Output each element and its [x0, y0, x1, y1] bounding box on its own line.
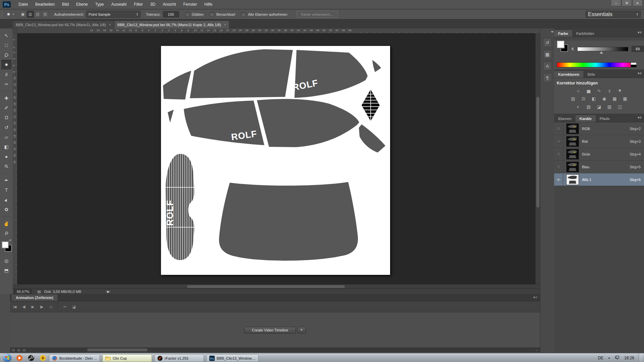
horizontal-ruler[interactable]: 2220181614121086420246810121416182022242… — [17, 28, 540, 34]
taskbar-button[interactable]: Clio Cup — [102, 354, 152, 362]
menu-hilfe[interactable]: Hilfe — [201, 0, 216, 9]
tool-preset-caret-icon[interactable]: ▾ — [13, 13, 14, 16]
restore-button[interactable]: ⧉ — [622, 0, 632, 6]
brush-tool[interactable]: ✐ — [1, 103, 11, 113]
levels-icon[interactable]: ▅ — [585, 87, 593, 94]
k-slider[interactable] — [577, 47, 628, 51]
taskbar-button[interactable]: rFactor v1.255 — [154, 354, 204, 362]
character-panel-icon[interactable]: A — [543, 62, 552, 70]
black-white-icon[interactable]: ◧ — [590, 96, 598, 102]
eraser-tool[interactable]: ▱ — [1, 132, 11, 142]
color-tab-farbe[interactable]: Farbe — [554, 29, 572, 37]
lasso-tool[interactable]: Ϙ — [1, 50, 11, 60]
transition-button[interactable]: ◪ — [69, 305, 78, 309]
hidden-icons-button[interactable]: ▲ — [608, 356, 610, 359]
history-brush-tool[interactable]: ↺ — [1, 123, 11, 132]
checkbox-gl-tten[interactable] — [185, 12, 190, 17]
timeline-footer-icons[interactable] — [11, 349, 26, 352]
selective-color-icon[interactable]: ◫ — [616, 104, 624, 110]
channels-tab-kanäle[interactable]: Kanäle — [576, 115, 596, 122]
vertical-scrollbar[interactable] — [535, 33, 540, 284]
screen-mode-button[interactable]: ⬒ — [1, 266, 11, 275]
sample-size-select[interactable]: Point Sample ▲▼ — [86, 11, 141, 18]
adjustments-tab-korrekturen[interactable]: Korrekturen — [554, 70, 583, 78]
first-frame-button[interactable]: |◀ — [10, 305, 19, 309]
adjustments-panel-menu-icon[interactable]: ▾≡ — [638, 71, 642, 75]
k-slider-thumb[interactable] — [600, 51, 603, 54]
rect-marquee-tool[interactable]: □ — [1, 41, 11, 50]
path-select-tool[interactable]: ▲ — [1, 195, 11, 204]
hue-saturation-icon[interactable]: ▤ — [569, 96, 577, 102]
channel-row[interactable]: GrünStrg+4 — [554, 148, 644, 161]
channels-tab-ebenen[interactable]: Ebenen — [554, 115, 576, 122]
status-options-arrow[interactable]: ▶ — [105, 289, 112, 294]
type-tool[interactable]: T — [1, 185, 11, 195]
visibility-eye-icon[interactable] — [554, 173, 563, 186]
new-selection-mode[interactable]: ▣ — [19, 11, 26, 18]
clock[interactable]: 16:26 — [624, 356, 634, 360]
launcher-icon[interactable] — [39, 354, 47, 362]
workspace-select[interactable]: Essentials ▲▼ — [586, 11, 641, 18]
document-tab[interactable]: BBB_Clio13_Window.psd bei 66,7% (Mario11… — [114, 20, 229, 28]
options-bar-grip[interactable] — [1, 11, 3, 18]
menu-bild[interactable]: Bild — [58, 0, 72, 9]
horizontal-scrollbar[interactable] — [13, 284, 540, 289]
subtract-selection-mode[interactable]: ◳ — [34, 11, 41, 18]
channel-row[interactable]: RotStrg+3 — [554, 135, 644, 148]
menu-filter[interactable]: Filter — [130, 0, 147, 9]
language-indicator[interactable]: DE — [598, 356, 603, 360]
steam-icon[interactable] — [28, 354, 35, 362]
channels-tab-pfade[interactable]: Pfade — [596, 115, 614, 122]
color-spectrum-ramp[interactable] — [557, 62, 637, 67]
panel-color-swatches[interactable] — [557, 41, 568, 52]
vibrance-icon[interactable]: ▼ — [616, 87, 624, 94]
channel-row[interactable]: RGBStrg+2 — [554, 122, 644, 135]
previous-frame-button[interactable]: ◀| — [19, 305, 28, 309]
taskbar-button[interactable]: PsBBB_Clio13_Window.... — [206, 354, 259, 362]
clone-stamp-tool[interactable]: Ω — [1, 113, 11, 122]
timeline-panel-menu-icon[interactable]: ▾≡ — [533, 296, 537, 299]
eyedropper-tool[interactable]: ✑ — [1, 79, 11, 89]
crop-tool[interactable]: ♯ — [1, 70, 11, 79]
network-icon[interactable] — [615, 356, 620, 360]
menu-3d[interactable]: 3D — [147, 0, 159, 9]
refine-edge-button[interactable]: Kante verbessern... — [296, 11, 338, 18]
create-timeline-dropdown-button[interactable]: ▼ — [297, 327, 306, 334]
menu-ansicht[interactable]: Ansicht — [159, 0, 179, 9]
color-panel-menu-icon[interactable]: ▾≡ — [638, 31, 642, 34]
channel-row[interactable]: BlauStrg+5 — [554, 161, 644, 173]
menu-fenster[interactable]: Fenster — [180, 0, 201, 9]
add-selection-mode[interactable]: ◫ — [27, 11, 34, 18]
color-balance-icon[interactable]: ⚖ — [580, 96, 588, 102]
color-tab-farbfelder[interactable]: Farbfelder — [572, 30, 598, 37]
document-tab[interactable]: BBB_Clio13_Window.psd bei 66,7% (Mario11… — [13, 20, 114, 28]
timeline-tab[interactable]: Animation (Zeitleiste) — [11, 294, 58, 301]
taskbar-button[interactable]: Bockbierbude - Dein ... — [49, 354, 100, 362]
photo-filter-icon[interactable]: ◉ — [600, 96, 608, 102]
zoom-level-field[interactable]: 66,67% — [14, 289, 32, 294]
timeline-resize-icon[interactable]: ⇔ — [535, 348, 538, 352]
posterize-icon[interactable]: ▨ — [585, 104, 593, 110]
visibility-toggle[interactable] — [554, 122, 563, 135]
audio-button[interactable]: ◁ — [46, 305, 54, 309]
move-tool[interactable]: ↖ — [1, 31, 11, 40]
gradient-tool[interactable]: ◧ — [1, 142, 11, 152]
foreground-color-swatch[interactable] — [2, 241, 9, 248]
magic-wand-tool[interactable]: ✷ — [1, 60, 11, 69]
document-viewport[interactable]: ROLF ROLF ROLF — [17, 33, 535, 284]
channel-mixer-icon[interactable]: ▩ — [611, 96, 619, 102]
menu-auswahl[interactable]: Auswahl — [108, 0, 130, 9]
next-frame-button[interactable]: |▶ — [37, 305, 46, 309]
expand-panels-icon[interactable]: ◂◂ — [540, 28, 554, 35]
blur-tool[interactable]: ● — [1, 152, 11, 161]
threshold-icon[interactable]: ◪ — [595, 104, 603, 110]
visibility-toggle[interactable] — [554, 161, 563, 173]
media-player-icon[interactable] — [16, 354, 23, 362]
zoom-tool[interactable]: ⚲ — [1, 229, 11, 238]
start-button[interactable] — [3, 354, 11, 362]
menu-type[interactable]: Type — [92, 0, 108, 9]
invert-icon[interactable]: ◐ — [574, 104, 582, 110]
color-lookup-icon[interactable]: ▦ — [621, 96, 629, 102]
quick-mask-button[interactable]: ◎ — [1, 256, 11, 265]
dodge-tool[interactable]: ⚲ — [1, 162, 11, 171]
